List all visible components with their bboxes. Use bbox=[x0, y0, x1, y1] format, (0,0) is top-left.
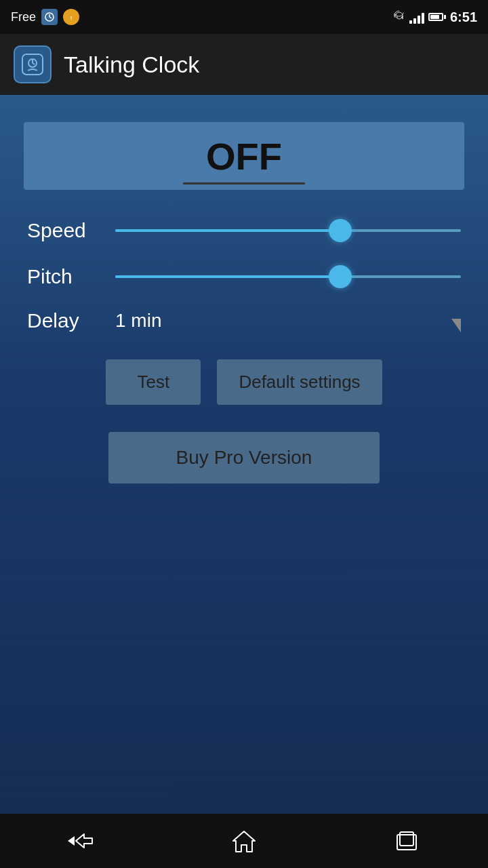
power-toggle-button[interactable]: OFF bbox=[24, 122, 464, 190]
status-free-text: Free bbox=[11, 10, 36, 24]
delay-label: Delay bbox=[27, 309, 115, 332]
speed-slider-row: Speed bbox=[20, 217, 468, 244]
speed-slider-container[interactable] bbox=[115, 217, 461, 244]
pitch-slider-thumb[interactable] bbox=[329, 265, 352, 288]
alert-icon: ! bbox=[63, 9, 79, 25]
svg-text:!: ! bbox=[70, 15, 73, 21]
app-icon bbox=[14, 45, 52, 83]
clock-icon bbox=[41, 9, 58, 25]
speed-slider-thumb[interactable] bbox=[329, 219, 352, 242]
test-button[interactable]: Test bbox=[106, 359, 201, 405]
pitch-label: Pitch bbox=[27, 265, 115, 288]
off-button-container[interactable]: OFF bbox=[24, 122, 464, 190]
recents-button[interactable] bbox=[380, 821, 434, 861]
battery-icon bbox=[428, 13, 446, 21]
status-right: 6:51 bbox=[393, 9, 477, 25]
speed-slider-fill bbox=[115, 229, 340, 232]
delay-row[interactable]: Delay 1 min bbox=[20, 309, 468, 332]
speed-slider-track bbox=[115, 229, 461, 232]
time-display: 6:51 bbox=[450, 9, 477, 25]
home-button[interactable] bbox=[217, 821, 271, 861]
speed-label: Speed bbox=[27, 219, 115, 242]
app-title: Talking Clock bbox=[64, 52, 199, 78]
app-bar: Talking Clock bbox=[0, 34, 488, 95]
main-content: OFF Speed Pitch Delay 1 min Test Default… bbox=[0, 95, 488, 814]
buy-pro-button[interactable]: Buy Pro Version bbox=[108, 432, 380, 484]
svg-line-2 bbox=[49, 17, 52, 18]
status-left: Free ! bbox=[11, 9, 79, 25]
delay-dropdown-arrow-icon[interactable] bbox=[451, 319, 461, 332]
pitch-slider-container[interactable] bbox=[115, 263, 461, 290]
svg-line-8 bbox=[33, 63, 35, 64]
signal-bars bbox=[409, 10, 424, 24]
default-settings-button[interactable]: Default settings bbox=[217, 359, 382, 405]
status-bar: Free ! bbox=[0, 0, 488, 34]
pitch-slider-row: Pitch bbox=[20, 263, 468, 290]
delay-value: 1 min bbox=[115, 310, 161, 332]
pitch-slider-fill bbox=[115, 275, 340, 278]
pitch-slider-track bbox=[115, 275, 461, 278]
bottom-nav bbox=[0, 814, 488, 868]
svg-rect-5 bbox=[22, 54, 43, 75]
sync-icon bbox=[393, 9, 405, 25]
back-button[interactable] bbox=[54, 821, 108, 861]
action-buttons-row: Test Default settings bbox=[20, 359, 468, 405]
